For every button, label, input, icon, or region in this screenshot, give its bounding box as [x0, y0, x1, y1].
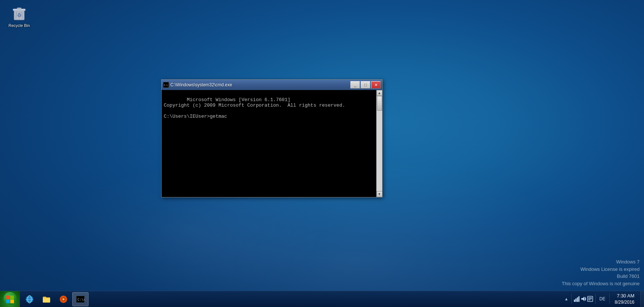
ie-icon	[25, 295, 34, 304]
cmd-title-icon	[163, 82, 169, 88]
cmd-scrollbar: ▲ ▼	[376, 90, 382, 197]
scroll-track[interactable]	[377, 96, 382, 191]
tray-icons	[574, 296, 593, 302]
activation-notice: Windows 7 Windows License is expired Bui…	[557, 257, 644, 289]
tray-separator	[571, 294, 572, 304]
cmd-content-area: Microsoft Windows [Version 6.1.7601] Cop…	[162, 90, 382, 197]
cmd-prompt: C:\Users\IEUser>getmac	[164, 114, 227, 119]
activation-line1: Windows 7	[562, 258, 640, 266]
scroll-down-button[interactable]: ▼	[377, 191, 382, 197]
svg-rect-29	[577, 297, 578, 302]
taskbar-folder-button[interactable]	[38, 292, 55, 306]
svg-rect-7	[17, 8, 21, 9]
start-logo	[6, 295, 14, 304]
taskbar: C:\>_ ▲	[0, 291, 644, 307]
scroll-up-button[interactable]: ▲	[377, 90, 382, 96]
svg-rect-27	[574, 300, 575, 302]
cmd-titlebar[interactable]: C:\Windows\system32\cmd.exe _ □ ✕	[162, 80, 382, 90]
activation-line2: Windows License is expired	[562, 266, 640, 273]
scroll-thumb[interactable]	[377, 96, 382, 111]
system-tray: ▲	[561, 293, 640, 306]
svg-rect-14	[6, 300, 10, 303]
svg-rect-35	[588, 300, 591, 300]
svg-rect-13	[10, 296, 14, 299]
svg-rect-30	[578, 296, 579, 302]
show-desktop-button[interactable]	[640, 291, 644, 307]
svg-rect-12	[6, 296, 10, 299]
clock-time: 7:30 AM	[615, 293, 634, 299]
cmd-icon: C:\>_	[76, 295, 85, 304]
clock-date: 8/29/2016	[615, 299, 634, 306]
folder-icon	[42, 295, 51, 304]
svg-text:♻: ♻	[17, 12, 22, 18]
keyboard-layout-label[interactable]: DE	[598, 296, 607, 301]
start-button[interactable]	[0, 291, 20, 307]
recycle-bin-label: Recycle Bin	[8, 23, 30, 28]
svg-rect-33	[588, 297, 592, 298]
svg-rect-28	[575, 299, 577, 302]
desktop: ♻ Recycle Bin C:\Windows\system32\cmd.ex…	[0, 0, 644, 307]
activation-line4: This copy of Windows is not genuine	[562, 280, 640, 287]
tray-expand-button[interactable]: ▲	[564, 297, 569, 301]
cmd-terminal[interactable]: Microsoft Windows [Version 6.1.7601] Cop…	[162, 90, 376, 197]
close-button[interactable]: ✕	[371, 81, 381, 89]
cmd-line2: Copyright (c) 2009 Microsoft Corporation…	[164, 103, 345, 108]
taskbar-mediaplayer-button[interactable]	[55, 292, 72, 306]
taskbar-cmd-button[interactable]: C:\>_	[72, 292, 89, 306]
action-center-icon[interactable]	[587, 296, 593, 302]
activation-line3: Build 7601	[562, 273, 640, 280]
network-tray-icon[interactable]	[574, 296, 580, 302]
volume-tray-icon[interactable]	[581, 296, 586, 302]
svg-rect-34	[588, 299, 592, 299]
mediaplayer-icon	[59, 295, 68, 304]
tray-separator-2	[595, 294, 596, 304]
tray-separator-3	[609, 294, 610, 304]
cmd-controls: _ □ ✕	[350, 81, 381, 89]
recycle-bin-graphic: ♻	[10, 4, 28, 21]
taskbar-items: C:\>_	[20, 291, 90, 307]
maximize-button[interactable]: □	[361, 81, 370, 89]
svg-text:C:\>_: C:\>_	[77, 298, 85, 301]
clock-area[interactable]: 7:30 AM 8/29/2016	[612, 293, 637, 306]
cmd-window: C:\Windows\system32\cmd.exe _ □ ✕ Micros…	[161, 79, 382, 197]
svg-marker-31	[581, 297, 584, 301]
svg-rect-15	[10, 300, 14, 303]
minimize-button[interactable]: _	[350, 81, 360, 89]
cmd-line1: Microsoft Windows [Version 6.1.7601]	[187, 97, 290, 103]
taskbar-ie-button[interactable]	[21, 292, 38, 306]
cmd-title-text: C:\Windows\system32\cmd.exe	[170, 82, 349, 87]
recycle-bin-icon[interactable]: ♻ Recycle Bin	[4, 4, 34, 28]
